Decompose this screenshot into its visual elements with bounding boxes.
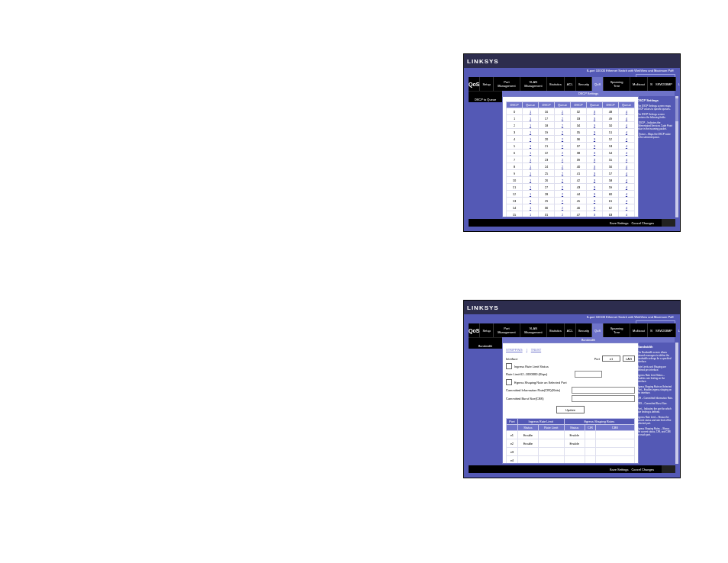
cancel-button[interactable]: Cancel Changes [631,468,654,471]
queue-select[interactable]: 3 [587,115,603,122]
queue-select[interactable]: 1 [523,129,539,136]
tab-port-management[interactable]: Port Management [494,77,520,91]
queue-select[interactable]: 1 [523,204,539,211]
queue-select[interactable]: 4 [619,177,635,184]
queue-select[interactable]: 4 [619,191,635,198]
queue-select[interactable]: 1 [523,191,539,198]
tab-vlan-management[interactable]: VLAN Management [520,77,547,91]
queue-select[interactable]: 1 [523,115,539,122]
subtab-bandwidth[interactable]: Bandwidth [502,337,675,343]
queue-select[interactable]: 1 [523,184,539,191]
queue-select[interactable]: 3 [587,150,603,156]
queue-select[interactable]: 2 [555,170,571,177]
subtab-dscp[interactable]: DSCP Settings [502,91,675,96]
tab-security[interactable]: Security [576,77,592,91]
queue-select[interactable]: 3 [587,156,603,163]
queue-select[interactable]: 4 [619,136,635,143]
queue-select[interactable]: 3 [587,191,603,198]
queue-select[interactable]: 1 [523,143,539,150]
queue-select[interactable]: 4 [619,115,635,122]
egress-checkbox[interactable] [506,379,512,385]
queue-select[interactable]: 2 [555,211,571,218]
tab-spanning-tree[interactable]: Spanning Tree [604,77,630,91]
tab-logout[interactable]: LogOut [676,323,681,337]
cbs-input[interactable] [572,395,635,402]
queue-select[interactable]: 3 [587,129,603,136]
tab-security[interactable]: Security [576,323,592,337]
queue-select[interactable]: 1 [523,150,539,156]
queue-select[interactable]: 1 [523,211,539,218]
tab-port-management[interactable]: Port Management [494,323,520,337]
queue-select[interactable]: 4 [619,156,635,163]
queue-select[interactable]: 2 [555,108,571,115]
queue-select[interactable]: 2 [555,198,571,204]
queue-select[interactable]: 2 [555,177,571,184]
cancel-button[interactable]: Cancel Changes [631,221,654,225]
queue-select[interactable]: 4 [619,170,635,177]
queue-select[interactable]: 3 [587,108,603,115]
queue-select[interactable]: 3 [587,177,603,184]
tab-setup[interactable]: Setup [480,77,493,91]
queue-select[interactable]: 4 [619,143,635,150]
tab-acl[interactable]: ACL [565,323,576,337]
save-button[interactable]: Save Settings [610,468,629,471]
queue-select[interactable]: 1 [523,170,539,177]
scrollbar-track[interactable] [675,343,678,464]
tab-setup[interactable]: Setup [480,323,493,337]
queue-select[interactable]: 3 [587,136,603,143]
queue-select[interactable]: 4 [619,184,635,191]
queue-select[interactable]: 3 [587,204,603,211]
save-button[interactable]: Save Settings [610,221,629,225]
queue-select[interactable]: 3 [587,122,603,129]
queue-select[interactable]: 3 [587,163,603,170]
tab-acl[interactable]: ACL [565,77,576,91]
queue-select[interactable]: 4 [619,211,635,218]
tab-qos[interactable]: QoS [592,323,604,337]
queue-select[interactable]: 2 [555,156,571,163]
queue-select[interactable]: 1 [523,198,539,204]
queue-select[interactable]: 2 [555,122,571,129]
queue-select[interactable]: 1 [523,108,539,115]
queue-select[interactable]: 4 [619,198,635,204]
queue-select[interactable]: 2 [555,184,571,191]
cir-input[interactable] [572,387,635,394]
queue-select[interactable]: 1 [523,163,539,170]
queue-select[interactable]: 2 [555,191,571,198]
queue-select[interactable]: 3 [587,143,603,150]
queue-select[interactable]: 4 [619,150,635,156]
tab-multicast[interactable]: Multicast [630,323,648,337]
queue-select[interactable]: 4 [619,204,635,211]
queue-select[interactable]: 1 [523,136,539,143]
queue-select[interactable]: 3 [587,198,603,204]
tab-qos[interactable]: QoS [592,77,604,91]
tab-statistics[interactable]: Statistics [547,77,565,91]
queue-select[interactable]: 1 [523,122,539,129]
queue-select[interactable]: 4 [619,129,635,136]
queue-select[interactable]: 3 [587,184,603,191]
tab-vlan-management[interactable]: VLAN Management [520,323,547,337]
port-select[interactable]: e1 [602,355,620,362]
ingress-checkbox[interactable] [506,363,512,369]
lag-button[interactable]: LAG [623,355,635,362]
tab-spanning-tree[interactable]: Spanning Tree [604,323,630,337]
queue-select[interactable]: 2 [555,129,571,136]
link-stripping[interactable]: STRIPPING [506,348,523,352]
queue-select[interactable]: 3 [587,211,603,218]
queue-select[interactable]: 4 [619,122,635,129]
queue-select[interactable]: 2 [555,136,571,143]
queue-select[interactable]: 1 [523,156,539,163]
queue-select[interactable]: 2 [555,115,571,122]
queue-select[interactable]: 4 [619,163,635,170]
queue-select[interactable]: 3 [587,170,603,177]
update-button[interactable]: Update [556,406,585,413]
queue-select[interactable]: 2 [555,204,571,211]
tab-multicast[interactable]: Multicast [630,77,648,91]
tab-logout[interactable]: LogOut [676,77,681,91]
queue-select[interactable]: 2 [555,150,571,156]
queue-select[interactable]: 1 [523,177,539,184]
rate-limit-input[interactable] [575,371,602,378]
tab-statistics[interactable]: Statistics [547,323,565,337]
queue-select[interactable]: 4 [619,108,635,115]
queue-select[interactable]: 2 [555,163,571,170]
scrollbar-thumb[interactable] [675,98,678,121]
